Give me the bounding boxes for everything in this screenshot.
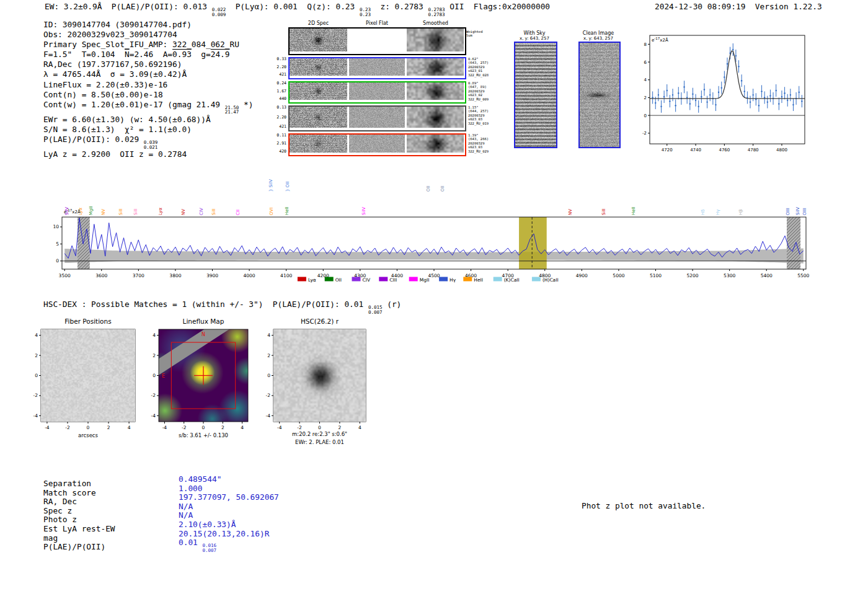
tick-label: 4500 xyxy=(428,273,440,278)
data-point xyxy=(718,92,719,93)
tick-label: 0 xyxy=(267,373,270,378)
tick-label: 3600 xyxy=(95,273,107,278)
elixer-detection-report: EW: 3.2±0.9Å P(LAE)/P(OII): 0.013 0.0220… xyxy=(0,0,868,591)
data-point xyxy=(704,89,705,90)
lineflux-map-title: Lineflux Map xyxy=(159,318,248,325)
tick-label: -2 xyxy=(33,393,38,398)
tick-label: 2 xyxy=(35,353,38,358)
match-row-value: N/A xyxy=(179,502,193,511)
data-point xyxy=(801,100,802,102)
tick-label: 2 xyxy=(107,425,110,430)
match-row-label: Est LyA rest-EW xyxy=(43,524,179,533)
emission-line-label: Hγ xyxy=(715,210,720,215)
tick-label: 3800 xyxy=(169,273,181,278)
tick-label: 4100 xyxy=(280,273,292,278)
spec2d-image xyxy=(290,29,347,51)
spectrum-flux-line xyxy=(64,218,804,259)
info-line: EWr = 6.60(±1.30) (w: 4.50(±0.68))Å xyxy=(43,115,253,125)
fiber-annotation: 322_RU_009 xyxy=(468,97,499,101)
tick-label: -4 xyxy=(266,413,271,419)
emission-line-label: NV xyxy=(101,209,106,215)
emission-line-label: CII xyxy=(236,210,241,215)
data-point xyxy=(675,105,676,106)
match-row-value: 20.15(20.13,20.16)R xyxy=(179,529,269,538)
match-row-label: Separation xyxy=(43,479,179,488)
legend-swatch xyxy=(439,277,448,282)
spec2d-image xyxy=(290,58,347,76)
superscript: -17 xyxy=(654,37,660,40)
tick-label: 5400 xyxy=(761,273,773,278)
info-line: LineFlux = 2.20(±0.33)e-16 xyxy=(43,80,253,90)
emission-line-label: Hβ xyxy=(738,209,743,215)
emission-line-label: SiII xyxy=(133,208,138,215)
data-point xyxy=(655,102,656,104)
match-row-value: 197.377097, 50.692067 xyxy=(179,492,279,502)
legend-swatch xyxy=(298,277,306,282)
emission-line-label: OII xyxy=(426,185,431,192)
emission-line-label: Hδ xyxy=(701,209,706,215)
tick-label: 4 xyxy=(128,425,131,430)
clean-image xyxy=(578,42,621,148)
tick-label: 2 xyxy=(267,353,270,358)
emission-line-label: HeII xyxy=(631,207,636,215)
emission-line-label: } SiIV xyxy=(268,179,273,192)
fiber-weight-label: 0.24 xyxy=(272,81,286,86)
fiber-positions-image xyxy=(41,329,135,422)
masked-region xyxy=(787,217,800,269)
legend-label: CIII xyxy=(389,277,397,283)
spec2d-image xyxy=(290,82,347,100)
tick-label: -4 xyxy=(45,425,50,430)
tick-label: 4600 xyxy=(465,273,477,278)
data-point xyxy=(689,103,691,104)
data-point xyxy=(746,97,748,98)
smoothed-image xyxy=(407,29,464,51)
emission-line-label: SiII xyxy=(211,208,216,215)
legend-swatch xyxy=(379,277,388,282)
fiber-annotation: 322_RU_028 xyxy=(468,73,499,77)
match-row: P(LAE)/P(OII)0.01 0.0160.007 xyxy=(43,542,279,551)
tick-label: -2 xyxy=(151,393,156,398)
tick-label: 4780 xyxy=(748,148,759,153)
spec2d-row-left-labels: 0.332.20421 xyxy=(272,57,286,77)
tick-label: 3900 xyxy=(206,273,218,278)
gaussian-fit-line xyxy=(650,51,805,99)
data-point xyxy=(744,91,745,92)
fiber-weight-label: 2.20 xyxy=(272,115,286,120)
data-point xyxy=(698,106,699,107)
fiber-weight-label: 0.13 xyxy=(272,105,286,110)
match-row-value: 0.489544" xyxy=(179,474,221,484)
fiber-weight-label: 420 xyxy=(272,149,286,154)
tick-label: 4400 xyxy=(391,273,403,278)
with-sky-title: With Sky xyxy=(512,30,557,36)
hsc-cutout-title: HSC(26.2) r xyxy=(273,318,366,325)
data-point xyxy=(799,92,800,93)
info-line: ID: 3090147704 (3090147704.pdf) xyxy=(43,20,253,30)
clean-image-title: Clean Image xyxy=(576,30,621,36)
data-point xyxy=(666,90,668,91)
match-row: Spec zN/A xyxy=(43,506,279,515)
tick-label: 3700 xyxy=(133,273,144,278)
data-point xyxy=(787,100,788,101)
legend-label: Hγ xyxy=(450,277,456,283)
tick-label: 2 xyxy=(153,353,156,358)
fiber-weight-label: 421 xyxy=(272,73,286,77)
tick-label: 4800 xyxy=(776,148,787,153)
tick-label: 5300 xyxy=(724,273,735,278)
data-point xyxy=(735,55,737,56)
data-point xyxy=(683,86,684,87)
match-row-label: Spec z xyxy=(43,506,179,515)
match-row-label: mag xyxy=(43,533,179,543)
info-line: S/N = 8.6(±1.3) χ² = 1.1(±0.0) xyxy=(43,125,253,135)
data-point xyxy=(752,94,753,96)
fit-plot-ylabel: e-17x2Å xyxy=(652,37,668,43)
smoothed-image xyxy=(407,82,464,100)
tick-label: 0 xyxy=(202,425,205,430)
data-point xyxy=(721,87,722,88)
fiber-annotation: 322_RU_029 xyxy=(468,149,499,153)
emission-line-label: HeII xyxy=(285,207,290,215)
data-point xyxy=(727,63,728,64)
sup-sub-value: 0.0390.021 xyxy=(144,140,158,149)
emission-line-label: NV xyxy=(568,209,573,215)
spec2d-col-header-smoothed: Smoothed xyxy=(406,20,465,26)
tick-label: -2 xyxy=(642,131,647,136)
